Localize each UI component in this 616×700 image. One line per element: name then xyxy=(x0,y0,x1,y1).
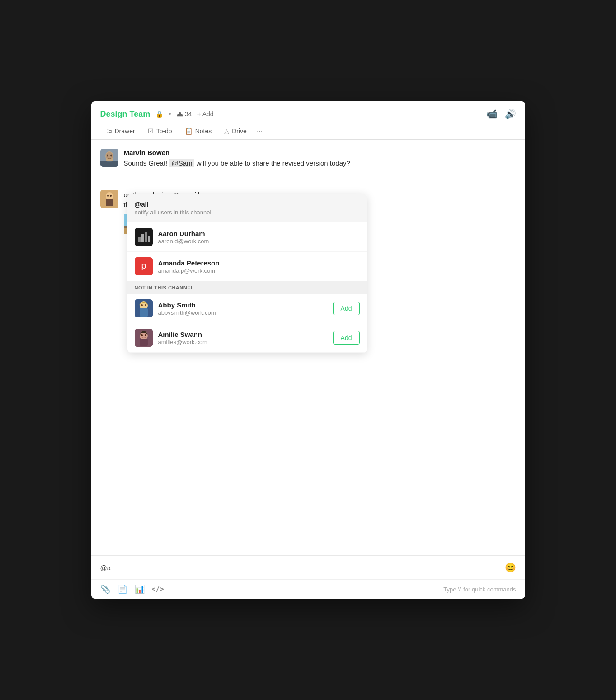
avatar-abby xyxy=(135,299,153,317)
autocomplete-item-abby[interactable]: Abby Smith abbysmith@work.com Add xyxy=(127,294,367,323)
header-right: 📹 🔊 xyxy=(486,109,516,119)
chat-area: Marvin Bowen Sounds Great! @Sam will you… xyxy=(91,140,525,555)
avatar-amanda: p xyxy=(135,257,153,275)
svg-point-28 xyxy=(145,304,146,306)
autocomplete-info-aaron: Aaron Durham aaron.d@work.com xyxy=(158,230,360,245)
app-window: Design Team 🔒 • 34 + Add 📹 🔊 🗂 Drawer xyxy=(91,101,525,599)
autocomplete-info-abby: Abby Smith abbysmith@work.com xyxy=(158,301,328,316)
dot-separator: • xyxy=(169,110,171,118)
input-current-text[interactable]: @a xyxy=(100,564,111,572)
chart-icon[interactable]: 📊 xyxy=(135,584,145,594)
header-top: Design Team 🔒 • 34 + Add 📹 🔊 xyxy=(100,109,516,119)
autocomplete-item-aaron[interactable]: Aaron Durham aaron.d@work.com xyxy=(127,222,367,252)
tab-drive[interactable]: △ Drive xyxy=(219,124,252,139)
nav-tabs: 🗂 Drawer ☑ To-do 📋 Notes △ Drive ··· xyxy=(100,124,516,139)
input-text-row: @a 😊 xyxy=(91,556,525,580)
autocomplete-name-amanda: Amanda Petereson xyxy=(158,259,360,267)
speaker-icon[interactable]: 🔊 xyxy=(505,109,516,119)
avatar-marvin xyxy=(100,149,118,167)
message-marvin: Marvin Bowen Sounds Great! @Sam will you… xyxy=(100,149,516,176)
autocomplete-item-amilie[interactable]: Amilie Swann amilies@work.com Add xyxy=(127,323,367,353)
team-name: Design Team xyxy=(100,109,150,119)
svg-rect-18 xyxy=(138,237,141,242)
toolbar-left: 📎 📄 📊 </> xyxy=(100,584,164,594)
add-members-button[interactable]: + Add xyxy=(197,110,213,118)
amilie-avatar-svg xyxy=(135,329,153,347)
autocomplete-all-item[interactable]: @all notify all users in this channel xyxy=(127,194,367,222)
tab-drawer-label: Drawer xyxy=(115,128,135,135)
drawer-icon: 🗂 xyxy=(106,128,112,135)
video-icon[interactable]: 📹 xyxy=(486,109,498,119)
autocomplete-info-amilie: Amilie Swann amilies@work.com xyxy=(158,331,328,345)
autocomplete-all-desc: notify all users in this channel xyxy=(135,209,360,216)
svg-rect-31 xyxy=(140,339,148,346)
tab-notes[interactable]: 📋 Notes xyxy=(179,124,217,139)
quick-commands-hint: Type '/' for quick commands xyxy=(443,586,516,593)
autocomplete-dropdown: @all notify all users in this channel xyxy=(127,194,367,353)
autocomplete-info-amanda: Amanda Petereson amanda.p@work.com xyxy=(158,259,360,274)
aaron-avatar-svg xyxy=(135,228,153,246)
avatar-amilie xyxy=(135,329,153,347)
autocomplete-email-amanda: amanda.p@work.com xyxy=(158,267,360,274)
members-icon xyxy=(177,111,183,117)
member-count-label: 34 xyxy=(185,110,192,118)
lock-icon: 🔒 xyxy=(155,110,163,118)
svg-point-11 xyxy=(110,195,112,197)
nav-more-button[interactable]: ··· xyxy=(254,124,265,139)
message-text-before: Sounds Great! xyxy=(124,159,169,167)
code-icon[interactable]: </> xyxy=(152,585,164,593)
avatar-aaron xyxy=(135,228,153,246)
tab-notes-label: Notes xyxy=(195,128,212,135)
autocomplete-name-aaron: Aaron Durham xyxy=(158,230,360,237)
input-area: @a 😊 📎 📄 📊 </> Type '/' for quick comman… xyxy=(91,555,525,599)
input-toolbar: 📎 📄 📊 </> Type '/' for quick commands xyxy=(91,580,525,599)
svg-rect-19 xyxy=(141,234,144,242)
abby-avatar-svg xyxy=(135,299,153,317)
autocomplete-email-amilie: amilies@work.com xyxy=(158,339,328,345)
doc-icon[interactable]: 📄 xyxy=(118,584,127,594)
autocomplete-name-amilie: Amilie Swann xyxy=(158,331,328,338)
marvin-author: Marvin Bowen xyxy=(124,149,516,156)
svg-text:p: p xyxy=(141,260,146,270)
add-abby-button[interactable]: Add xyxy=(333,302,360,315)
marvin-message-text: Sounds Great! @Sam will you be able to s… xyxy=(124,158,516,169)
autocomplete-email-aaron: aaron.d@work.com xyxy=(158,238,360,245)
notes-icon: 📋 xyxy=(185,128,193,135)
svg-point-10 xyxy=(107,195,109,197)
header-left: Design Team 🔒 • 34 + Add xyxy=(100,109,214,119)
marvin-avatar-svg xyxy=(100,149,118,167)
sam-mention[interactable]: @Sam xyxy=(169,159,194,167)
amanda-avatar-svg: p xyxy=(135,257,153,275)
second-message-avatar xyxy=(100,190,118,208)
tab-todo[interactable]: ☑ To-do xyxy=(142,124,178,139)
svg-rect-21 xyxy=(148,236,150,242)
svg-rect-20 xyxy=(145,232,147,242)
members-count: 34 xyxy=(177,110,192,118)
autocomplete-email-abby: abbysmith@work.com xyxy=(158,309,328,316)
svg-point-5 xyxy=(110,155,112,157)
message-text-after: will you be able to share the revised ve… xyxy=(194,159,350,167)
svg-point-4 xyxy=(107,155,108,157)
autocomplete-item-amanda[interactable]: p Amanda Petereson amanda.p@work.com xyxy=(127,252,367,281)
header: Design Team 🔒 • 34 + Add 📹 🔊 🗂 Drawer xyxy=(91,101,525,140)
svg-point-27 xyxy=(141,304,143,306)
tab-drive-label: Drive xyxy=(232,128,247,135)
attach-icon[interactable]: 📎 xyxy=(100,584,110,594)
todo-icon: ☑ xyxy=(148,128,154,135)
autocomplete-name-abby: Abby Smith xyxy=(158,301,328,309)
message-marvin-content: Marvin Bowen Sounds Great! @Sam will you… xyxy=(124,149,516,169)
second-avatar-svg xyxy=(100,190,118,208)
svg-point-33 xyxy=(145,334,146,336)
autocomplete-all-label: @all xyxy=(135,200,360,208)
svg-rect-9 xyxy=(106,199,113,206)
svg-rect-26 xyxy=(140,308,148,317)
svg-point-32 xyxy=(141,334,143,336)
drive-icon: △ xyxy=(224,128,229,135)
tab-drawer[interactable]: 🗂 Drawer xyxy=(100,124,141,139)
tab-todo-label: To-do xyxy=(156,128,172,135)
emoji-button[interactable]: 😊 xyxy=(505,562,516,573)
section-not-in-channel: NOT IN THIS CHANNEL xyxy=(127,281,367,294)
add-amilie-button[interactable]: Add xyxy=(333,331,360,345)
